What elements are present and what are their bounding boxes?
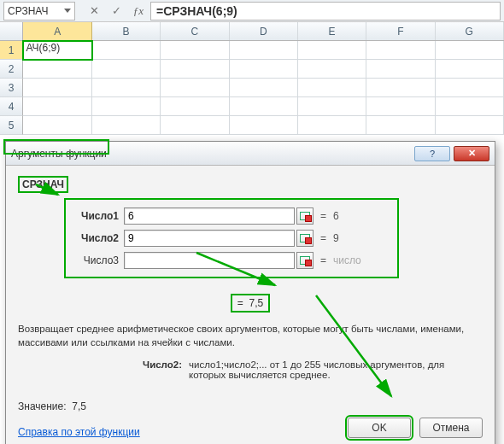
row-header[interactable]: 1 [0, 41, 23, 60]
argument-description-label: Число2: [18, 359, 189, 380]
column-header[interactable]: G [436, 22, 504, 40]
dialog-body: СРЗНАЧ Число1 = 6 Число2 = 9 Число3 = [6, 166, 495, 444]
cell[interactable] [230, 116, 298, 135]
cell[interactable] [161, 41, 229, 60]
argument-input-1[interactable] [124, 207, 295, 225]
column-header[interactable]: F [366, 22, 435, 40]
column-header[interactable]: E [298, 22, 366, 40]
function-help-link[interactable]: Справка по этой функции [18, 426, 140, 438]
cell[interactable] [436, 97, 504, 116]
column-header[interactable]: B [92, 22, 161, 40]
grid-row: 4 [0, 97, 504, 116]
cell[interactable] [92, 79, 161, 97]
column-header[interactable]: C [161, 22, 229, 40]
dialog-buttons: OK Отмена [348, 418, 483, 438]
argument-label: Число3 [73, 254, 124, 266]
argument-evaluated: число [333, 254, 361, 266]
cell[interactable] [92, 41, 161, 60]
cell[interactable] [366, 41, 435, 60]
cell[interactable] [298, 41, 366, 60]
cell[interactable] [366, 79, 435, 97]
result-value: 7,5 [249, 297, 264, 309]
row-header[interactable]: 5 [0, 116, 23, 135]
range-selector-button[interactable] [296, 230, 314, 247]
cell[interactable] [92, 97, 161, 116]
equals-sign: = [320, 210, 326, 222]
cell[interactable] [92, 116, 161, 135]
cell[interactable] [298, 60, 366, 79]
arguments-block: Число1 = 6 Число2 = 9 Число3 = число [64, 198, 399, 278]
equals-sign: = [320, 254, 326, 266]
close-icon: ✕ [468, 148, 476, 159]
formula-input[interactable]: =СРЗНАЧ(6;9) [150, 2, 501, 20]
row-header[interactable]: 4 [0, 97, 23, 116]
range-selector-button[interactable] [296, 252, 314, 269]
range-selector-icon [300, 212, 310, 220]
cell[interactable] [23, 79, 91, 97]
cell[interactable] [366, 116, 435, 135]
dialog-titlebar[interactable]: Аргументы функции ? ✕ [6, 142, 495, 166]
cancel-icon[interactable]: ✕ [87, 4, 101, 18]
cell[interactable] [23, 116, 91, 135]
range-selector-button[interactable] [296, 207, 314, 225]
argument-input-2[interactable] [124, 230, 295, 247]
cell[interactable] [161, 116, 229, 135]
argument-evaluated: 9 [333, 232, 339, 244]
cell[interactable] [298, 97, 366, 116]
cell[interactable] [298, 116, 366, 135]
ok-label: OK [372, 422, 386, 434]
dialog-close-button[interactable]: ✕ [454, 146, 489, 161]
row-header[interactable]: 3 [0, 79, 23, 97]
row-header[interactable]: 2 [0, 60, 23, 79]
column-header[interactable]: A [23, 22, 91, 40]
argument-evaluated: 6 [333, 210, 339, 222]
cell-a1[interactable]: АЧ(6;9) [23, 41, 91, 60]
cell[interactable] [436, 79, 504, 97]
cell[interactable] [366, 97, 435, 116]
cell[interactable] [366, 60, 435, 79]
cell[interactable] [23, 60, 91, 79]
fx-icon[interactable]: ƒx [132, 4, 145, 18]
ok-button[interactable]: OK [348, 418, 411, 438]
cell[interactable] [230, 97, 298, 116]
cancel-button[interactable]: Отмена [419, 418, 483, 438]
cancel-label: Отмена [432, 422, 469, 434]
cell[interactable] [436, 41, 504, 60]
argument-label: Число1 [73, 210, 124, 222]
argument-label: Число2 [73, 232, 124, 244]
spreadsheet-grid: A B C D E F G 1 АЧ(6;9) 2 3 4 5 [0, 22, 504, 135]
column-header[interactable]: D [230, 22, 298, 40]
name-box[interactable]: СРЗНАЧ [3, 2, 75, 20]
cell[interactable] [92, 60, 161, 79]
cell[interactable] [161, 97, 229, 116]
cell[interactable] [230, 60, 298, 79]
cell[interactable] [230, 79, 298, 97]
argument-row: Число3 = число [73, 249, 390, 272]
accept-icon[interactable]: ✓ [109, 4, 123, 18]
dialog-help-button[interactable]: ? [414, 146, 450, 161]
cell[interactable] [161, 79, 229, 97]
argument-input-3[interactable] [124, 252, 295, 269]
cell[interactable] [436, 60, 504, 79]
formula-bar-row: СРЗНАЧ ✕ ✓ ƒx =СРЗНАЧ(6;9) [0, 0, 504, 22]
value-result: 7,5 [72, 400, 86, 412]
argument-row: Число2 = 9 [73, 227, 390, 249]
range-selector-icon [300, 234, 310, 242]
cell-value: АЧ(6;9) [26, 42, 60, 54]
grid-row: 3 [0, 79, 504, 97]
select-all-corner[interactable] [0, 22, 23, 40]
equals-sign: = [237, 297, 243, 309]
function-name: СРЗНАЧ [18, 176, 68, 193]
cell[interactable] [23, 97, 91, 116]
function-result: = 7,5 [231, 294, 270, 313]
cell[interactable] [436, 116, 504, 135]
argument-description-text: число1;число2;... от 1 до 255 числовых а… [189, 359, 483, 380]
grid-row: 1 АЧ(6;9) [0, 41, 504, 60]
cell[interactable] [161, 60, 229, 79]
cell[interactable] [298, 79, 366, 97]
cell[interactable] [230, 41, 298, 60]
grid-row: 2 [0, 60, 504, 79]
dialog-title: Аргументы функции [11, 148, 411, 160]
name-box-dropdown-icon[interactable] [64, 9, 71, 13]
dialog-footer: Значение: 7,5 [18, 400, 483, 412]
